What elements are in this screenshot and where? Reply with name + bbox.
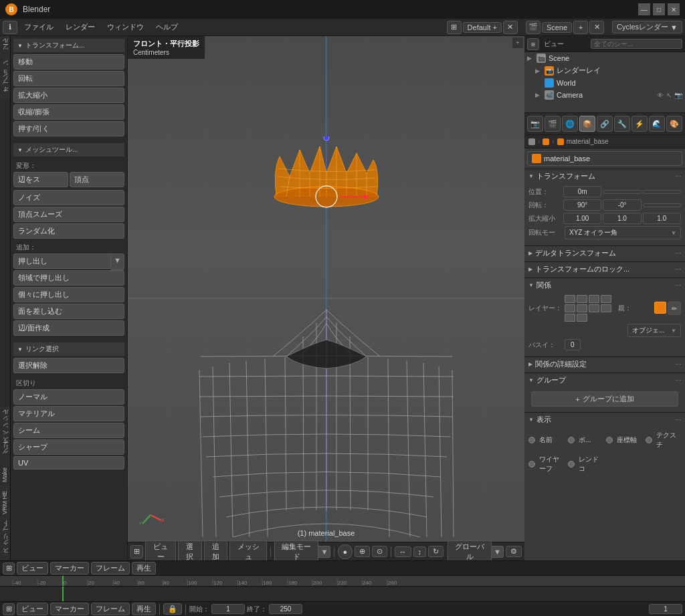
timeline-frame-btn2[interactable]: フレーム xyxy=(91,603,130,615)
pos-x-field[interactable]: 0m xyxy=(563,186,601,197)
layout-close-btn[interactable]: ✕ xyxy=(503,21,518,34)
snapping-btn[interactable]: ⊕ xyxy=(355,546,370,557)
timeline-view-btn2[interactable]: ビュー xyxy=(17,603,48,615)
noise-button[interactable]: ノイズ xyxy=(13,190,124,205)
info-button[interactable]: ℹ xyxy=(3,21,17,34)
global-arrow[interactable]: ▼ xyxy=(492,546,504,558)
shrink-button[interactable]: 収縮/膨張 xyxy=(13,104,124,120)
side-tab-grease[interactable]: グリースペンシル xyxy=(0,407,10,463)
current-frame-field[interactable]: 1 xyxy=(649,604,682,614)
prop-display-header[interactable]: 表示 ··· xyxy=(524,412,685,427)
menu-render[interactable]: レンダー xyxy=(60,21,100,33)
camera-render-icon[interactable]: 📷 xyxy=(674,92,682,99)
camera-cursor-icon[interactable]: ↖ xyxy=(666,92,672,99)
display-wire-dot[interactable] xyxy=(528,461,535,468)
viewport-extra-btn[interactable]: ⚙ xyxy=(506,546,522,557)
layout-selector[interactable]: Default + xyxy=(463,22,502,33)
layer-5[interactable] xyxy=(565,304,575,312)
layout-icon-btn[interactable]: ⊞ xyxy=(447,21,462,34)
timeline-track[interactable] xyxy=(0,587,685,601)
normal-button[interactable]: ノーマル xyxy=(13,389,124,405)
pass-index-field[interactable]: 0 xyxy=(565,339,581,350)
rot-y-field[interactable]: -0° xyxy=(603,199,641,211)
edit-mode-arrow[interactable]: ▼ xyxy=(318,546,330,558)
proportional-btn[interactable]: ⊙ xyxy=(372,546,387,557)
menu-file[interactable]: ファイル xyxy=(19,21,59,33)
prop-delta-header[interactable]: デルタトランスフォーム ··· xyxy=(524,245,685,260)
rotate-button[interactable]: 回転 xyxy=(13,71,124,86)
timeline-play-btn[interactable]: 再生 xyxy=(132,562,156,575)
scene-selector[interactable]: Scene xyxy=(542,22,572,33)
move-button[interactable]: 移動 xyxy=(13,54,124,70)
parent-edit-btn[interactable]: ✏ xyxy=(668,302,681,315)
inset-button[interactable]: 面を差し込む xyxy=(13,304,124,319)
rot-x-field[interactable]: 90° xyxy=(563,199,601,211)
layer-3[interactable] xyxy=(589,295,599,303)
menu-window[interactable]: ウィンドウ xyxy=(102,21,149,33)
prop-icon-constraints[interactable]: 🔗 xyxy=(597,116,613,132)
render-engine-selector[interactable]: Cyclesレンダー ▼ xyxy=(612,21,682,33)
viewport-add-btn[interactable]: 追加 xyxy=(204,540,227,561)
side-tab-script[interactable]: スクリプト xyxy=(0,518,10,560)
randomize-button[interactable]: ランダム化 xyxy=(13,223,124,239)
material-button[interactable]: マテリアル xyxy=(13,406,124,421)
layer-10[interactable] xyxy=(577,314,587,322)
viewport-corner-btn[interactable]: + xyxy=(512,37,523,48)
scale-x-field[interactable]: 1.00 xyxy=(563,213,601,224)
uv-button[interactable]: UV xyxy=(13,456,124,470)
scene-close-btn[interactable]: ✕ xyxy=(589,21,604,34)
extrude-button[interactable]: 押し出し xyxy=(13,253,111,269)
seam-button[interactable]: シーム xyxy=(13,423,124,438)
outliner-item-world[interactable]: 🌐 World xyxy=(524,77,685,89)
layer-9[interactable] xyxy=(565,314,575,322)
layer-4[interactable] xyxy=(601,295,611,303)
prop-groups-header[interactable]: グループ ··· xyxy=(524,373,685,387)
outliner-view-btn[interactable]: ビュー xyxy=(542,39,566,49)
pivot-point-btn[interactable]: ● xyxy=(338,544,352,559)
scale-button[interactable]: 拡大縮小 xyxy=(13,88,124,103)
global-selector[interactable]: グローバル ▼ xyxy=(448,540,504,561)
timeline-marker-btn2[interactable]: マーカー xyxy=(50,603,89,615)
prop-transform-header[interactable]: トランスフォーム ··· xyxy=(524,169,685,183)
prop-icon-particles[interactable]: ⚡ xyxy=(631,116,648,132)
link-section-header[interactable]: リンク選択 xyxy=(13,342,124,356)
layer-8[interactable] xyxy=(601,304,611,312)
parent-type-select[interactable]: オブジェ... ▼ xyxy=(627,324,681,337)
close-button[interactable]: ✕ xyxy=(668,3,680,15)
side-tab-tools[interactable]: ツール xyxy=(0,36,10,58)
end-frame-field[interactable]: 250 xyxy=(269,604,302,614)
layer-1[interactable] xyxy=(565,295,575,303)
add-group-button[interactable]: + グループに追加 xyxy=(531,391,678,407)
edit-mode-btn[interactable]: 編集モード xyxy=(274,540,318,561)
scene-icon-btn[interactable]: 🎬 xyxy=(526,21,541,34)
prop-icon-object[interactable]: 📦 xyxy=(579,116,595,132)
lock-btn[interactable]: 🔒 xyxy=(163,603,182,615)
display-axes-dot[interactable] xyxy=(606,437,613,443)
side-tab-make[interactable]: Make xyxy=(0,463,10,486)
global-btn[interactable]: グローバル xyxy=(448,540,492,561)
outliner-item-scene[interactable]: ▶ 🎬 Scene xyxy=(524,52,685,64)
prop-icon-material[interactable]: 🎨 xyxy=(666,116,682,132)
start-frame-field[interactable]: 1 xyxy=(211,604,245,614)
layer-2[interactable] xyxy=(577,295,587,303)
extrude-individual-button[interactable]: 個々に押し出し xyxy=(13,287,124,302)
side-tab-vrm[interactable]: VRM HE xyxy=(0,486,10,518)
create-edge-button[interactable]: 辺/面作成 xyxy=(13,320,124,336)
timeline-play-btn2[interactable]: 再生 xyxy=(132,603,156,615)
prop-lock-header[interactable]: トランスフォームのロック... ··· xyxy=(524,262,685,276)
timeline-frame-btn[interactable]: フレーム xyxy=(91,562,130,575)
display-render-dot[interactable] xyxy=(568,461,575,468)
layer-7[interactable] xyxy=(589,304,599,312)
prop-relations-detail-header[interactable]: 関係の詳細設定 ··· xyxy=(524,356,685,371)
extrude-region-button[interactable]: 領域で押し出し xyxy=(13,270,124,286)
outliner-item-renderlayer[interactable]: ▶ 📷 レンダーレイ xyxy=(524,64,685,77)
timeline-marker-btn[interactable]: マーカー xyxy=(50,562,89,575)
extrude-arrow-button[interactable]: ▼ xyxy=(111,253,124,270)
transform-icon-1[interactable]: ↔ xyxy=(395,546,411,557)
timeline-bottom-icon[interactable]: ⊞ xyxy=(3,603,15,615)
edge-slide-button[interactable]: 辺をス xyxy=(13,172,68,187)
timeline-view-btn[interactable]: ビュー xyxy=(17,562,48,575)
layer-6[interactable] xyxy=(577,304,587,312)
maximize-button[interactable]: □ xyxy=(653,3,665,15)
sharp-button[interactable]: シャープ xyxy=(13,439,124,455)
